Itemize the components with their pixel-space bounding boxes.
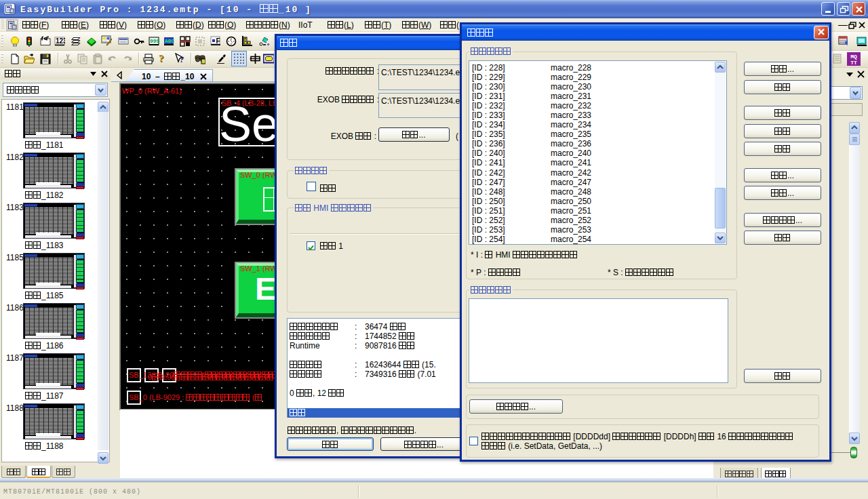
- svg-text:123: 123: [56, 37, 65, 45]
- svg-text:999: 999: [150, 38, 159, 44]
- svg-text:?: ?: [180, 55, 184, 64]
- svg-text:F: F: [216, 37, 220, 45]
- svg-text:ABC: ABC: [165, 38, 174, 44]
